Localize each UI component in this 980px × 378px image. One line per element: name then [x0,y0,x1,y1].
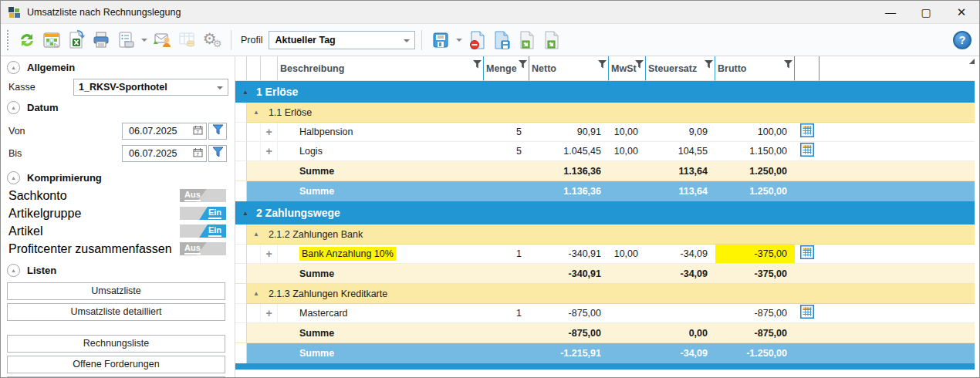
cell-menge: 1 [484,304,529,323]
collapse-triangle-icon[interactable]: ▲ [242,89,248,96]
subgroup-band: ▲ 2.1.2 Zahlungen Bank [247,224,976,245]
header-menge[interactable]: Menge [484,56,529,81]
print-list-button[interactable] [113,27,138,53]
row-description: Logis [278,142,484,161]
subgroup-row[interactable]: ▲ 2.1.3 Zahlungen Kreditkarte [235,284,976,304]
filter-funnel-icon[interactable] [705,58,713,72]
export-profile-button[interactable] [539,27,564,53]
table-row[interactable]: + Halbpension 5 90,91 10,00 9,09 100,00 [235,123,976,142]
section-komprimierung[interactable]: ▲ Komprimierung [1,168,235,187]
collapse-triangle-icon[interactable]: ▲ [253,231,259,238]
header-netto[interactable]: Netto [529,56,609,81]
app-window: Umsatzliste nach Rechnungslegung — ▢ ✕ [0,0,980,378]
header-beschreibung[interactable]: Beschreibung [278,56,484,81]
minimize-button[interactable]: — [873,1,908,23]
save-profile-button[interactable] [428,27,453,53]
group-row[interactable]: ▲ 1 Erlöse [235,81,976,103]
settings-button[interactable]: ⚙⚙ [200,27,225,53]
send-email-button[interactable] [150,27,175,53]
filter-funnel-icon[interactable] [598,58,607,72]
report-button[interactable] [39,27,64,53]
kasse-row: Kasse 1_RKSV-Sporthotel [1,76,235,98]
calendar-icon[interactable]: 7 [193,147,203,160]
section-komprimierung-label: Komprimierung [27,172,102,184]
detail-grid-icon[interactable] [800,143,814,160]
delete-profile-button[interactable] [465,27,490,53]
collapse-arrow-icon[interactable]: ▲ [7,171,20,184]
filter-funnel-icon[interactable] [784,58,792,72]
collapse-arrow-icon[interactable]: ▲ [7,264,20,277]
filter-funnel-icon[interactable] [519,58,527,72]
header-cell-empty [235,56,247,81]
profil-combobox[interactable]: Aktueller Tag [269,31,415,49]
window-title: Umsatzliste nach Rechnungslegung [27,7,181,18]
save-as-profile-button[interactable] [490,27,515,53]
table-coins-button[interactable] [175,27,200,53]
bis-date-input[interactable]: 06.07.2025 7 [122,145,207,162]
export-excel-button[interactable] [64,27,89,53]
detail-grid-icon[interactable] [800,123,814,140]
artikelgruppe-toggle[interactable]: Ein [180,207,226,220]
maximize-button[interactable]: ▢ [908,1,944,23]
filter-funnel-icon [212,147,224,160]
bis-filter-button[interactable] [208,145,227,162]
print-button[interactable] [89,27,113,53]
chevron-down-icon [404,39,410,42]
expand-plus-icon[interactable]: + [261,245,278,264]
offene-forderungen-button[interactable]: Offene Forderungen [7,356,225,373]
group-label: 2 Zahlungswege [256,207,340,219]
print-list-dropdown-icon[interactable] [141,39,147,42]
collapse-triangle-icon[interactable]: ▲ [253,290,259,297]
filter-funnel-icon[interactable] [473,58,482,72]
expand-plus-icon[interactable]: + [261,123,278,142]
indent-cell [235,284,247,304]
sum-row: Summe 1.136,36 113,64 1.250,00 [235,161,976,181]
von-filter-button[interactable] [208,123,227,140]
header-brutto[interactable]: Brutto [715,56,795,81]
section-datum[interactable]: ▲ Datum [1,98,235,116]
expand-plus-icon[interactable]: + [261,142,278,161]
table-row[interactable]: + Bank Anzahlung 10% 1 -340,91 10,00 -34… [235,245,976,264]
kasse-combobox[interactable]: 1_RKSV-Sporthotel [73,79,228,96]
collapse-triangle-icon[interactable]: ▲ [242,210,248,217]
cell-netto: -340,91 [529,264,609,284]
section-allgemein[interactable]: ▲ Allgemein [1,58,235,76]
indent-cell [235,103,247,123]
close-button[interactable]: ✕ [944,1,979,23]
cell-brutto: 1.150,00 [715,142,795,161]
header-mwst[interactable]: MwSt [609,56,646,81]
umsatzliste-detailliert-button[interactable]: Umsatzliste detailliert [7,303,225,321]
calendar-icon[interactable]: 7 [193,124,203,138]
table-row[interactable]: + Logis 5 1.045,45 10,00 104,55 1.150,00 [235,142,976,161]
expand-plus-icon[interactable]: + [261,304,278,323]
refresh-button[interactable] [15,27,39,53]
help-icon[interactable]: ? [953,31,972,49]
import-profile-button[interactable] [515,27,539,53]
save-profile-dropdown-icon[interactable] [456,39,462,42]
collapse-arrow-icon[interactable]: ▲ [7,101,20,114]
collapse-arrow-icon[interactable]: ▲ [7,61,20,74]
header-steuersatz[interactable]: Steuersatz [646,56,715,81]
artikel-toggle[interactable]: Ein [180,224,226,238]
section-listen[interactable]: ▲ Listen [1,261,235,279]
subgroup-row[interactable]: ▲ 2.1.2 Zahlungen Bank [235,224,976,245]
cell-netto: -340,91 [529,245,609,264]
umsatzliste-button[interactable]: Umsatzliste [7,282,225,300]
detail-grid-icon[interactable] [800,305,814,322]
sachkonto-toggle[interactable]: Aus [180,189,226,202]
filter-funnel-icon[interactable] [635,58,644,72]
von-date-input[interactable]: 06.07.2025 7 [122,123,207,140]
profitcenter-toggle[interactable]: Aus [180,242,226,255]
toolbar-grip[interactable] [7,30,10,50]
table-row[interactable]: + Mastercard 1 -875,00 -875,00 [235,304,976,323]
right-margin [975,56,979,377]
profil-value: Aktueller Tag [275,35,335,46]
group-row[interactable]: ▲ 2 Zahlungswege [235,201,976,224]
subgroup-row[interactable]: ▲ 1.1 Erlöse [235,103,976,123]
column-chooser-icon[interactable] [969,59,975,64]
sum-label: Summe [278,181,484,201]
rechnungsliste-button[interactable]: Rechnungsliste [7,335,225,353]
cell-brutto: -875,00 [715,323,795,343]
collapse-triangle-icon[interactable]: ▲ [253,109,259,116]
detail-grid-icon[interactable] [800,245,814,262]
